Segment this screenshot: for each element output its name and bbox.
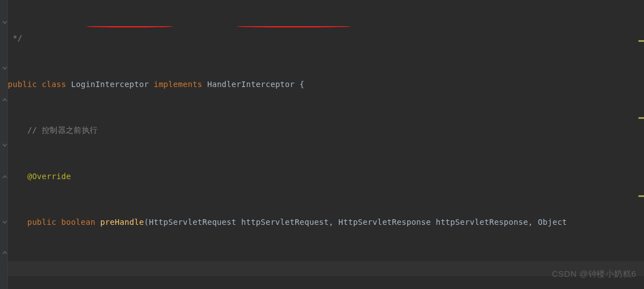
keyword: public: [8, 80, 37, 89]
code-line: @Override: [8, 169, 644, 185]
keyword: public: [8, 218, 56, 227]
comment: // 控制器之前执行: [8, 126, 97, 134]
fold-collapse-icon[interactable]: [2, 174, 7, 179]
code-line: public class LoginInterceptor implements…: [8, 77, 644, 93]
brace: {: [295, 80, 304, 89]
annotation: @Override: [8, 172, 71, 181]
code-line: // 控制器之前执行: [8, 123, 644, 138]
code-editor[interactable]: */ public class LoginInterceptor impleme…: [0, 0, 644, 289]
keyword: implements: [154, 80, 202, 89]
fold-expand-icon[interactable]: [2, 20, 7, 25]
fold-expand-icon[interactable]: [2, 143, 7, 148]
fold-expand-icon[interactable]: [2, 66, 7, 71]
warning-mark[interactable]: [638, 40, 644, 42]
method-name: preHandle: [100, 218, 144, 227]
class-name: LoginInterceptor: [71, 80, 149, 89]
keyword: class: [42, 80, 66, 89]
watermark: CSDN @钟楼小奶糕6: [552, 266, 636, 282]
comment: */: [8, 33, 22, 42]
code-line: public boolean preHandle(HttpServletRequ…: [8, 215, 644, 230]
underline-annotation: [86, 26, 173, 27]
editor-gutter: [0, 0, 8, 289]
fold-expand-icon[interactable]: [2, 220, 7, 225]
interface-name: HandlerInterceptor: [207, 80, 295, 89]
underline-annotation: [237, 26, 351, 27]
fold-collapse-icon[interactable]: [2, 250, 7, 255]
params: (HttpServletRequest httpServletRequest, …: [144, 218, 567, 227]
code-line-current: [8, 261, 644, 277]
code-line: */: [8, 31, 644, 46]
warning-mark[interactable]: [638, 195, 644, 197]
fold-collapse-icon[interactable]: [2, 97, 7, 102]
keyword: boolean: [61, 218, 95, 227]
warning-mark[interactable]: [638, 117, 644, 119]
